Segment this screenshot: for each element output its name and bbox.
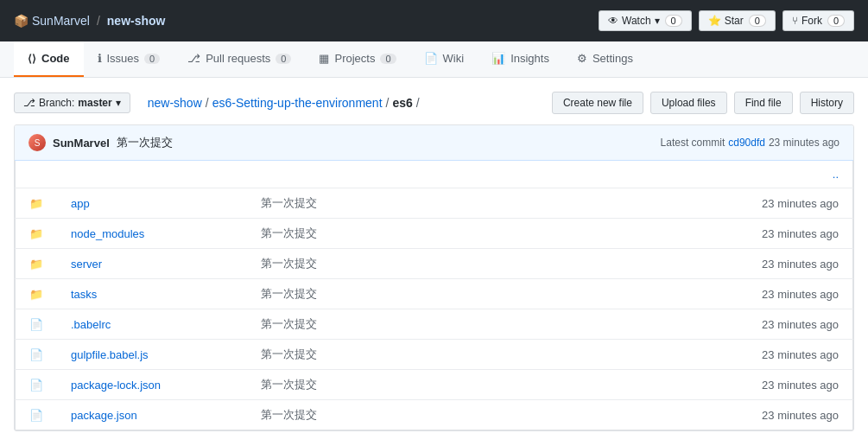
file-type-icon: 📁	[16, 188, 58, 219]
file-commit-cell: 第一次提交	[247, 400, 516, 430]
org-link[interactable]: SunMarvel	[32, 14, 90, 28]
file-time-cell: 23 minutes ago	[516, 309, 853, 340]
table-row: 📁 app 第一次提交 23 minutes ago	[16, 188, 853, 219]
branch-name: master	[78, 97, 111, 109]
table-row: ..	[16, 161, 853, 188]
file-link[interactable]: package-lock.json	[71, 379, 161, 392]
tab-projects[interactable]: ▦ Projects 0	[305, 41, 409, 77]
file-name-cell: package.json	[57, 400, 247, 430]
fork-count: 0	[827, 15, 845, 27]
file-link[interactable]: app	[71, 197, 90, 210]
file-time-cell: 23 minutes ago	[516, 340, 853, 370]
eye-icon: 👁	[608, 15, 618, 27]
branch-selector[interactable]: ⎇ Branch: master ▾	[14, 92, 130, 113]
tab-settings[interactable]: ⚙ Settings	[563, 41, 647, 77]
breadcrumb-current: es6	[392, 96, 412, 110]
path-actions: Create new file Upload files Find file H…	[552, 92, 854, 114]
watch-button[interactable]: 👁 Watch ▾ 0	[599, 10, 692, 31]
commit-time: 23 minutes ago	[769, 137, 839, 149]
file-time-cell: 23 minutes ago	[516, 279, 853, 309]
file-table-wrapper: S SunMarvel 第一次提交 Latest commit cd90dfd …	[14, 124, 854, 431]
chevron-down-icon: ▾	[116, 97, 121, 109]
tab-insights-label: Insights	[510, 52, 549, 65]
find-file-button[interactable]: Find file	[734, 92, 793, 114]
file-link[interactable]: .babelrc	[71, 318, 111, 331]
tab-pull-requests[interactable]: ⎇ Pull requests 0	[174, 41, 305, 77]
file-link[interactable]: server	[71, 258, 102, 271]
file-type-icon: 📁	[16, 249, 58, 279]
file-type-icon: 📄	[16, 400, 58, 430]
breadcrumb-folder[interactable]: es6-Setting-up-the-environment	[212, 96, 383, 110]
file-name-cell: app	[57, 188, 247, 219]
avatar: S	[29, 134, 46, 151]
folder-icon: 📁	[29, 258, 43, 271]
tab-code[interactable]: ⟨⟩ Code	[14, 41, 84, 77]
table-row: 📁 node_modules 第一次提交 23 minutes ago	[16, 219, 853, 249]
file-link[interactable]: node_modules	[71, 227, 144, 240]
latest-label: Latest commit	[661, 137, 725, 149]
projects-badge: 0	[380, 54, 396, 64]
file-commit-cell: 第一次提交	[247, 188, 516, 219]
commit-hash[interactable]: cd90dfd	[728, 137, 765, 149]
file-commit-cell: 第一次提交	[247, 340, 516, 370]
insights-icon: 📊	[491, 52, 505, 65]
branch-label: Branch:	[39, 97, 74, 109]
tab-issues[interactable]: ℹ Issues 0	[84, 41, 174, 77]
breadcrumb-repo[interactable]: new-show	[148, 96, 202, 110]
file-link[interactable]: package.json	[71, 409, 137, 422]
create-new-button[interactable]: Create new file	[552, 92, 643, 114]
file-name-cell: tasks	[57, 279, 247, 309]
header-actions: 👁 Watch ▾ 0 ⭐ Star 0 ⑂ Fork 0	[599, 10, 854, 31]
file-type-icon: 📁	[16, 279, 58, 309]
wiki-icon: 📄	[424, 52, 438, 65]
file-type-icon: 📄	[16, 370, 58, 400]
file-commit-cell: 第一次提交	[247, 219, 516, 249]
star-count: 0	[749, 15, 766, 27]
main-content: ⎇ Branch: master ▾ new-show / es6-Settin…	[0, 78, 868, 445]
settings-icon: ⚙	[577, 52, 587, 65]
file-link[interactable]: gulpfile.babel.js	[71, 348, 149, 361]
issues-badge: 0	[144, 54, 160, 64]
breadcrumb: new-show / es6-Setting-up-the-environmen…	[148, 96, 420, 110]
table-row: 📄 package.json 第一次提交 23 minutes ago	[16, 400, 853, 430]
file-type-icon: 📁	[16, 219, 58, 249]
folder-icon: 📁	[29, 197, 43, 210]
tab-wiki[interactable]: 📄 Wiki	[410, 41, 478, 77]
file-link[interactable]: tasks	[71, 288, 97, 301]
fork-button[interactable]: ⑂ Fork 0	[782, 10, 854, 31]
file-icon: 📄	[29, 348, 43, 361]
file-commit-cell: 第一次提交	[247, 370, 516, 400]
star-label: Star	[725, 15, 744, 27]
tab-projects-label: Projects	[334, 52, 375, 65]
tab-settings-label: Settings	[592, 52, 633, 65]
file-name-cell: .babelrc	[57, 309, 247, 340]
upload-files-button[interactable]: Upload files	[650, 92, 727, 114]
file-name-cell: package-lock.json	[57, 370, 247, 400]
tab-code-label: Code	[41, 52, 70, 65]
tab-wiki-label: Wiki	[443, 52, 465, 65]
tab-insights[interactable]: 📊 Insights	[478, 41, 563, 77]
history-button[interactable]: History	[800, 92, 854, 114]
table-row: 📄 package-lock.json 第一次提交 23 minutes ago	[16, 370, 853, 400]
table-row: 📄 gulpfile.babel.js 第一次提交 23 minutes ago	[16, 340, 853, 370]
file-name-cell: server	[57, 249, 247, 279]
issues-icon: ℹ	[98, 52, 102, 65]
folder-icon: 📁	[29, 227, 43, 240]
code-icon: ⟨⟩	[28, 53, 36, 65]
file-time-cell: 23 minutes ago	[516, 400, 853, 430]
commit-message: 第一次提交	[117, 135, 173, 150]
parent-dir-link[interactable]: ..	[57, 161, 853, 188]
file-name-cell: gulpfile.babel.js	[57, 340, 247, 370]
author-name: SunMarvel	[53, 137, 110, 150]
table-row: 📄 .babelrc 第一次提交 23 minutes ago	[16, 309, 853, 340]
table-row: 📁 tasks 第一次提交 23 minutes ago	[16, 279, 853, 309]
pr-badge: 0	[276, 54, 291, 64]
commit-author: S SunMarvel 第一次提交	[29, 134, 173, 151]
commit-meta: Latest commit cd90dfd 23 minutes ago	[661, 137, 839, 149]
commit-bar: S SunMarvel 第一次提交 Latest commit cd90dfd …	[15, 125, 853, 161]
repo-link[interactable]: new-show	[107, 14, 166, 28]
fork-label: Fork	[801, 15, 822, 27]
star-button[interactable]: ⭐ Star 0	[699, 10, 776, 31]
projects-icon: ▦	[319, 52, 329, 65]
separator: /	[97, 14, 100, 28]
